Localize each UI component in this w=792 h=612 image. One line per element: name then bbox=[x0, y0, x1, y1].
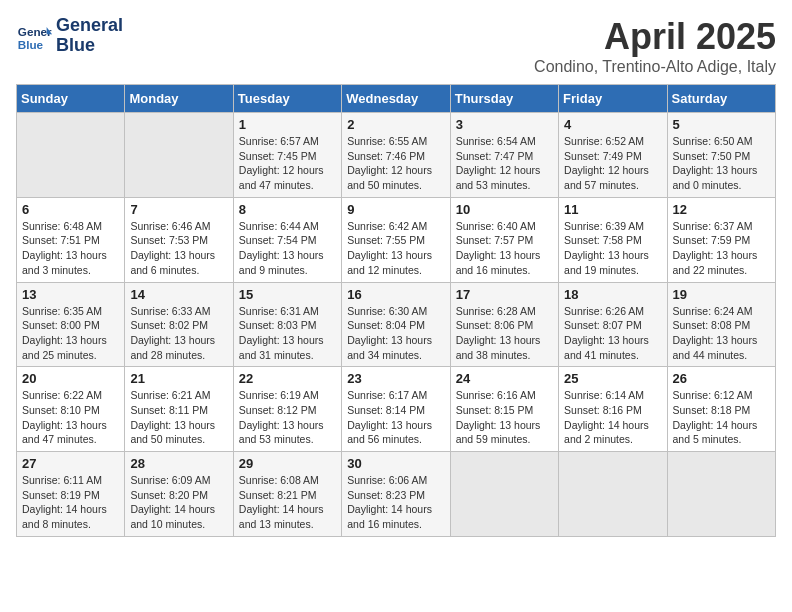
header-cell-saturday: Saturday bbox=[667, 85, 775, 113]
day-number: 2 bbox=[347, 117, 444, 132]
logo-line1: General bbox=[56, 16, 123, 36]
header-cell-thursday: Thursday bbox=[450, 85, 558, 113]
day-number: 29 bbox=[239, 456, 336, 471]
day-info: Sunrise: 6:08 AMSunset: 8:21 PMDaylight:… bbox=[239, 473, 336, 532]
day-number: 12 bbox=[673, 202, 770, 217]
calendar-body: 1Sunrise: 6:57 AMSunset: 7:45 PMDaylight… bbox=[17, 113, 776, 537]
day-info: Sunrise: 6:06 AMSunset: 8:23 PMDaylight:… bbox=[347, 473, 444, 532]
calendar-table: SundayMondayTuesdayWednesdayThursdayFrid… bbox=[16, 84, 776, 537]
day-number: 14 bbox=[130, 287, 227, 302]
day-number: 27 bbox=[22, 456, 119, 471]
day-number: 8 bbox=[239, 202, 336, 217]
day-cell: 7Sunrise: 6:46 AMSunset: 7:53 PMDaylight… bbox=[125, 197, 233, 282]
day-cell: 3Sunrise: 6:54 AMSunset: 7:47 PMDaylight… bbox=[450, 113, 558, 198]
day-number: 26 bbox=[673, 371, 770, 386]
day-number: 7 bbox=[130, 202, 227, 217]
day-info: Sunrise: 6:54 AMSunset: 7:47 PMDaylight:… bbox=[456, 134, 553, 193]
day-number: 6 bbox=[22, 202, 119, 217]
day-info: Sunrise: 6:12 AMSunset: 8:18 PMDaylight:… bbox=[673, 388, 770, 447]
day-cell: 16Sunrise: 6:30 AMSunset: 8:04 PMDayligh… bbox=[342, 282, 450, 367]
day-cell: 20Sunrise: 6:22 AMSunset: 8:10 PMDayligh… bbox=[17, 367, 125, 452]
day-info: Sunrise: 6:14 AMSunset: 8:16 PMDaylight:… bbox=[564, 388, 661, 447]
day-cell: 5Sunrise: 6:50 AMSunset: 7:50 PMDaylight… bbox=[667, 113, 775, 198]
header-cell-monday: Monday bbox=[125, 85, 233, 113]
day-number: 22 bbox=[239, 371, 336, 386]
day-cell: 8Sunrise: 6:44 AMSunset: 7:54 PMDaylight… bbox=[233, 197, 341, 282]
day-info: Sunrise: 6:50 AMSunset: 7:50 PMDaylight:… bbox=[673, 134, 770, 193]
day-cell bbox=[125, 113, 233, 198]
day-cell: 6Sunrise: 6:48 AMSunset: 7:51 PMDaylight… bbox=[17, 197, 125, 282]
day-number: 17 bbox=[456, 287, 553, 302]
day-info: Sunrise: 6:16 AMSunset: 8:15 PMDaylight:… bbox=[456, 388, 553, 447]
day-cell bbox=[17, 113, 125, 198]
day-info: Sunrise: 6:55 AMSunset: 7:46 PMDaylight:… bbox=[347, 134, 444, 193]
title-area: April 2025 Condino, Trentino-Alto Adige,… bbox=[534, 16, 776, 76]
day-cell: 30Sunrise: 6:06 AMSunset: 8:23 PMDayligh… bbox=[342, 452, 450, 537]
day-cell: 15Sunrise: 6:31 AMSunset: 8:03 PMDayligh… bbox=[233, 282, 341, 367]
header-cell-wednesday: Wednesday bbox=[342, 85, 450, 113]
day-number: 11 bbox=[564, 202, 661, 217]
day-info: Sunrise: 6:17 AMSunset: 8:14 PMDaylight:… bbox=[347, 388, 444, 447]
day-cell: 29Sunrise: 6:08 AMSunset: 8:21 PMDayligh… bbox=[233, 452, 341, 537]
day-number: 25 bbox=[564, 371, 661, 386]
day-info: Sunrise: 6:30 AMSunset: 8:04 PMDaylight:… bbox=[347, 304, 444, 363]
week-row-5: 27Sunrise: 6:11 AMSunset: 8:19 PMDayligh… bbox=[17, 452, 776, 537]
day-number: 16 bbox=[347, 287, 444, 302]
day-info: Sunrise: 6:22 AMSunset: 8:10 PMDaylight:… bbox=[22, 388, 119, 447]
day-info: Sunrise: 6:46 AMSunset: 7:53 PMDaylight:… bbox=[130, 219, 227, 278]
day-cell: 11Sunrise: 6:39 AMSunset: 7:58 PMDayligh… bbox=[559, 197, 667, 282]
day-info: Sunrise: 6:48 AMSunset: 7:51 PMDaylight:… bbox=[22, 219, 119, 278]
day-cell: 9Sunrise: 6:42 AMSunset: 7:55 PMDaylight… bbox=[342, 197, 450, 282]
day-info: Sunrise: 6:31 AMSunset: 8:03 PMDaylight:… bbox=[239, 304, 336, 363]
day-number: 13 bbox=[22, 287, 119, 302]
day-cell: 23Sunrise: 6:17 AMSunset: 8:14 PMDayligh… bbox=[342, 367, 450, 452]
day-info: Sunrise: 6:11 AMSunset: 8:19 PMDaylight:… bbox=[22, 473, 119, 532]
calendar-header: SundayMondayTuesdayWednesdayThursdayFrid… bbox=[17, 85, 776, 113]
day-number: 24 bbox=[456, 371, 553, 386]
day-cell: 17Sunrise: 6:28 AMSunset: 8:06 PMDayligh… bbox=[450, 282, 558, 367]
header-cell-sunday: Sunday bbox=[17, 85, 125, 113]
day-info: Sunrise: 6:57 AMSunset: 7:45 PMDaylight:… bbox=[239, 134, 336, 193]
day-info: Sunrise: 6:26 AMSunset: 8:07 PMDaylight:… bbox=[564, 304, 661, 363]
day-number: 20 bbox=[22, 371, 119, 386]
logo: General Blue General Blue bbox=[16, 16, 123, 56]
page-header: General Blue General Blue April 2025 Con… bbox=[16, 16, 776, 76]
week-row-3: 13Sunrise: 6:35 AMSunset: 8:00 PMDayligh… bbox=[17, 282, 776, 367]
day-number: 4 bbox=[564, 117, 661, 132]
day-info: Sunrise: 6:39 AMSunset: 7:58 PMDaylight:… bbox=[564, 219, 661, 278]
day-cell: 19Sunrise: 6:24 AMSunset: 8:08 PMDayligh… bbox=[667, 282, 775, 367]
day-number: 10 bbox=[456, 202, 553, 217]
day-cell: 18Sunrise: 6:26 AMSunset: 8:07 PMDayligh… bbox=[559, 282, 667, 367]
day-number: 3 bbox=[456, 117, 553, 132]
day-cell: 21Sunrise: 6:21 AMSunset: 8:11 PMDayligh… bbox=[125, 367, 233, 452]
day-cell: 26Sunrise: 6:12 AMSunset: 8:18 PMDayligh… bbox=[667, 367, 775, 452]
week-row-2: 6Sunrise: 6:48 AMSunset: 7:51 PMDaylight… bbox=[17, 197, 776, 282]
logo-icon: General Blue bbox=[16, 18, 52, 54]
day-number: 21 bbox=[130, 371, 227, 386]
logo-text: General Blue bbox=[56, 16, 123, 56]
day-cell: 27Sunrise: 6:11 AMSunset: 8:19 PMDayligh… bbox=[17, 452, 125, 537]
week-row-4: 20Sunrise: 6:22 AMSunset: 8:10 PMDayligh… bbox=[17, 367, 776, 452]
day-cell: 24Sunrise: 6:16 AMSunset: 8:15 PMDayligh… bbox=[450, 367, 558, 452]
day-cell bbox=[450, 452, 558, 537]
day-number: 18 bbox=[564, 287, 661, 302]
day-cell: 12Sunrise: 6:37 AMSunset: 7:59 PMDayligh… bbox=[667, 197, 775, 282]
day-info: Sunrise: 6:28 AMSunset: 8:06 PMDaylight:… bbox=[456, 304, 553, 363]
day-info: Sunrise: 6:35 AMSunset: 8:00 PMDaylight:… bbox=[22, 304, 119, 363]
day-info: Sunrise: 6:09 AMSunset: 8:20 PMDaylight:… bbox=[130, 473, 227, 532]
day-info: Sunrise: 6:52 AMSunset: 7:49 PMDaylight:… bbox=[564, 134, 661, 193]
day-cell: 2Sunrise: 6:55 AMSunset: 7:46 PMDaylight… bbox=[342, 113, 450, 198]
calendar-title: April 2025 bbox=[534, 16, 776, 58]
day-number: 28 bbox=[130, 456, 227, 471]
day-info: Sunrise: 6:33 AMSunset: 8:02 PMDaylight:… bbox=[130, 304, 227, 363]
calendar-subtitle: Condino, Trentino-Alto Adige, Italy bbox=[534, 58, 776, 76]
day-number: 30 bbox=[347, 456, 444, 471]
logo-line2: Blue bbox=[56, 36, 123, 56]
day-cell: 13Sunrise: 6:35 AMSunset: 8:00 PMDayligh… bbox=[17, 282, 125, 367]
day-cell: 22Sunrise: 6:19 AMSunset: 8:12 PMDayligh… bbox=[233, 367, 341, 452]
day-info: Sunrise: 6:24 AMSunset: 8:08 PMDaylight:… bbox=[673, 304, 770, 363]
day-cell: 28Sunrise: 6:09 AMSunset: 8:20 PMDayligh… bbox=[125, 452, 233, 537]
day-info: Sunrise: 6:19 AMSunset: 8:12 PMDaylight:… bbox=[239, 388, 336, 447]
day-number: 5 bbox=[673, 117, 770, 132]
day-info: Sunrise: 6:44 AMSunset: 7:54 PMDaylight:… bbox=[239, 219, 336, 278]
